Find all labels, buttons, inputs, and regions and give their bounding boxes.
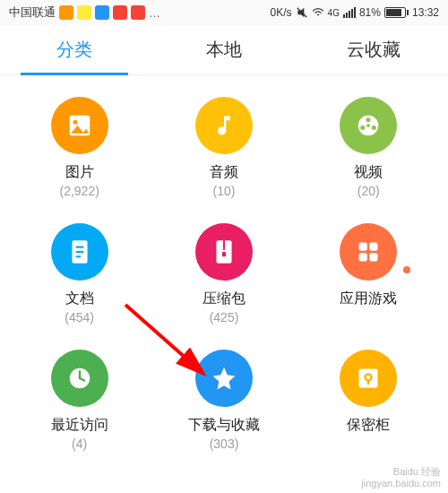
notification-dot: [403, 266, 410, 273]
svg-rect-27: [367, 380, 369, 385]
category-audio[interactable]: 音频 (10): [151, 97, 296, 198]
watermark-brand: Baidu 经验: [393, 466, 441, 478]
status-left: 中国联通 …: [9, 4, 160, 21]
category-count: (425): [210, 310, 239, 324]
category-count: (20): [358, 184, 380, 198]
document-icon: [51, 223, 108, 281]
music-icon: [195, 97, 253, 154]
clock-icon: [51, 350, 108, 407]
svg-point-11: [372, 125, 376, 130]
category-count: (2,922): [59, 184, 99, 198]
zip-icon: [195, 223, 253, 281]
category-count: (4): [72, 437, 87, 451]
tab-cloud[interactable]: 云收藏: [298, 25, 448, 74]
category-docs[interactable]: 文档 (454): [7, 223, 151, 324]
category-count: (10): [213, 184, 236, 198]
category-label: 视频: [354, 163, 383, 182]
status-bar: 中国联通 … 0K/s 4G 81% 13:32: [0, 0, 448, 25]
category-grid: 图片 (2,922) 音频 (10) 视频 (20) 文档 (454): [0, 75, 448, 472]
svg-rect-4: [351, 9, 353, 18]
app-icon-3: [113, 5, 127, 20]
category-images[interactable]: 图片 (2,922): [7, 97, 151, 198]
svg-rect-19: [222, 252, 226, 256]
svg-rect-2: [346, 13, 348, 18]
watermark-url: jingyan.baidu.com: [361, 478, 441, 489]
status-right: 0K/s 4G 81% 13:32: [271, 6, 439, 19]
category-label: 文档: [65, 290, 94, 308]
category-label: 图片: [65, 163, 94, 182]
tab-local[interactable]: 本地: [150, 25, 299, 74]
svg-rect-18: [223, 240, 225, 250]
star-icon: [195, 350, 253, 407]
net-speed: 0K/s: [271, 6, 292, 19]
battery-pct: 81%: [359, 6, 381, 19]
clock: 13:32: [412, 6, 439, 19]
app-icon-2: [95, 5, 109, 20]
wifi-icon: [312, 6, 324, 19]
svg-rect-3: [349, 11, 350, 18]
svg-point-7: [73, 120, 77, 125]
category-safe[interactable]: 保密柜: [297, 350, 441, 451]
tab-bar: 分类 本地 云收藏: [0, 25, 448, 75]
category-archive[interactable]: 压缩包 (425): [151, 223, 296, 324]
svg-point-9: [366, 117, 371, 122]
category-apps[interactable]: 应用游戏: [297, 223, 441, 324]
category-label: 应用游戏: [340, 290, 397, 308]
category-count: (303): [210, 437, 239, 451]
app-icon-1: [77, 5, 91, 20]
carrier-label: 中国联通: [9, 4, 56, 21]
svg-point-10: [361, 125, 366, 130]
svg-rect-21: [369, 243, 377, 251]
signal-icon: [343, 7, 356, 18]
category-label: 压缩包: [202, 290, 246, 308]
svg-point-12: [366, 124, 370, 127]
category-label: 音频: [210, 163, 238, 182]
film-icon: [340, 97, 397, 154]
svg-rect-25: [359, 369, 378, 388]
app-icon-4: [131, 5, 145, 20]
network-type: 4G: [328, 8, 340, 18]
weibo-icon: [59, 5, 73, 20]
category-label: 下载与收藏: [188, 416, 260, 435]
svg-rect-5: [354, 7, 356, 18]
svg-rect-23: [369, 253, 377, 261]
svg-rect-20: [359, 243, 367, 251]
svg-rect-22: [359, 253, 367, 261]
watermark: Baidu 经验 jingyan.baidu.com: [361, 466, 441, 489]
category-recent[interactable]: 最近访问 (4): [7, 350, 151, 451]
category-label: 最近访问: [51, 416, 108, 435]
category-download[interactable]: 下载与收藏 (303): [151, 350, 296, 451]
svg-rect-1: [343, 14, 345, 18]
image-icon: [51, 97, 108, 154]
category-label: 保密柜: [347, 416, 390, 435]
mute-icon: [296, 6, 308, 19]
apps-icon: [340, 223, 397, 281]
safe-icon: [340, 350, 397, 407]
screen: 中国联通 … 0K/s 4G 81% 13:32: [0, 0, 448, 493]
more-icon: …: [149, 6, 160, 20]
battery-icon: [384, 7, 409, 18]
category-video[interactable]: 视频 (20): [297, 97, 441, 198]
category-count: (454): [65, 310, 94, 324]
tab-category[interactable]: 分类: [0, 25, 150, 74]
